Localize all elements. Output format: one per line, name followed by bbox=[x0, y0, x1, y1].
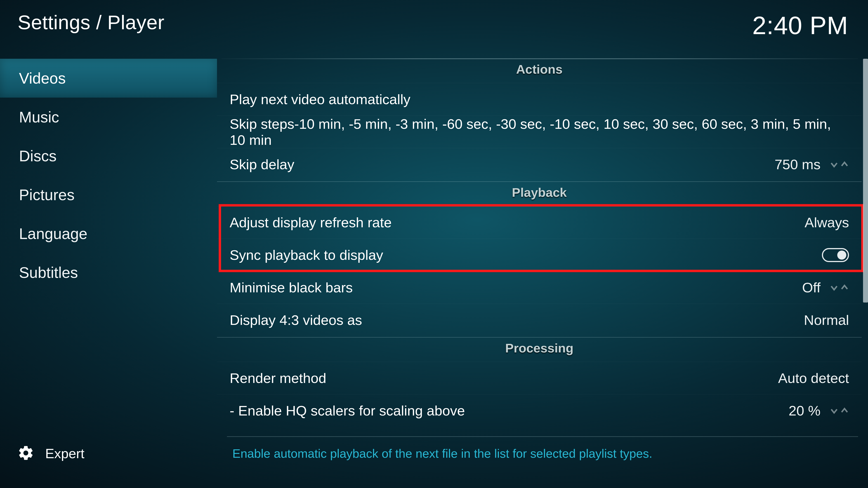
row-value: 20 % bbox=[789, 402, 849, 419]
clock: 2:40 PM bbox=[752, 11, 848, 40]
row-skip-steps[interactable]: Skip steps-10 min, -5 min, -3 min, -60 s… bbox=[217, 116, 862, 148]
toggle-icon[interactable] bbox=[822, 248, 849, 262]
row-label: Minimise black bars bbox=[230, 280, 802, 295]
sidebar-item-language[interactable]: Language bbox=[0, 214, 217, 253]
row-value: Off bbox=[802, 280, 849, 295]
row-label: Display 4:3 videos as bbox=[230, 312, 804, 328]
section-title-actions: Actions bbox=[217, 59, 862, 83]
settings-level-button[interactable]: Expert bbox=[18, 445, 84, 462]
footer: Expert Enable automatic playback of the … bbox=[0, 427, 868, 488]
row-label: Render method bbox=[230, 370, 778, 386]
sidebar-item-label: Music bbox=[19, 108, 59, 126]
row-label: Skip delay bbox=[230, 156, 775, 172]
row-label: Adjust display refresh rate bbox=[230, 215, 805, 230]
row-value-text: 20 % bbox=[789, 402, 820, 419]
row-value-text: Normal bbox=[804, 312, 849, 328]
sidebar-item-subtitles[interactable]: Subtitles bbox=[0, 253, 217, 292]
settings-scroll[interactable]: Actions Play next video automatically Sk… bbox=[217, 59, 862, 434]
row-value-inline: -10 min, -5 min, -3 min, -60 sec, -30 se… bbox=[230, 116, 831, 148]
settings-panel: Actions Play next video automatically Sk… bbox=[217, 59, 868, 434]
sidebar-item-label: Subtitles bbox=[19, 264, 78, 281]
row-value: Always bbox=[805, 215, 849, 230]
sidebar-item-label: Discs bbox=[19, 147, 57, 165]
section-title-processing: Processing bbox=[217, 337, 862, 362]
spinner-icon[interactable] bbox=[830, 283, 849, 293]
scrollbar-thumb[interactable] bbox=[863, 59, 868, 302]
row-label: Play next video automatically bbox=[230, 91, 849, 107]
row-display-43[interactable]: Display 4:3 videos as Normal bbox=[217, 304, 862, 336]
row-value-text: Off bbox=[802, 280, 820, 295]
row-black-bars[interactable]: Minimise black bars Off bbox=[217, 271, 862, 304]
row-hq-scalers[interactable]: - Enable HQ scalers for scaling above 20… bbox=[217, 394, 862, 427]
gear-icon bbox=[18, 445, 34, 462]
breadcrumb: Settings / Player bbox=[18, 11, 164, 34]
row-sync-display[interactable]: Sync playback to display bbox=[217, 238, 862, 271]
row-value: 750 ms bbox=[775, 156, 849, 172]
row-value: Auto detect bbox=[778, 370, 849, 386]
sidebar-item-pictures[interactable]: Pictures bbox=[0, 175, 217, 214]
sidebar-item-label: Videos bbox=[19, 69, 66, 87]
row-value-text: Always bbox=[805, 215, 849, 230]
sidebar-item-videos[interactable]: Videos bbox=[0, 59, 217, 98]
section-title-playback: Playback bbox=[217, 182, 862, 206]
row-refresh-rate[interactable]: Adjust display refresh rate Always bbox=[217, 206, 862, 238]
main: Videos Music Discs Pictures Language Sub… bbox=[0, 59, 868, 434]
spinner-icon[interactable] bbox=[830, 160, 849, 169]
row-render-method[interactable]: Render method Auto detect bbox=[217, 362, 862, 394]
row-label: - Enable HQ scalers for scaling above bbox=[230, 402, 789, 419]
scrollbar[interactable] bbox=[863, 59, 868, 434]
settings-level-label: Expert bbox=[45, 446, 84, 461]
row-skip-delay[interactable]: Skip delay 750 ms bbox=[217, 148, 862, 181]
sidebar-item-music[interactable]: Music bbox=[0, 98, 217, 136]
row-value bbox=[822, 248, 849, 262]
sidebar-item-discs[interactable]: Discs bbox=[0, 136, 217, 175]
row-label: Skip steps-10 min, -5 min, -3 min, -60 s… bbox=[230, 116, 849, 148]
row-label: Sync playback to display bbox=[230, 247, 822, 263]
row-play-next[interactable]: Play next video automatically bbox=[217, 83, 862, 116]
header: Settings / Player 2:40 PM bbox=[0, 0, 868, 59]
row-value-text: 750 ms bbox=[775, 156, 820, 172]
spinner-icon[interactable] bbox=[830, 406, 849, 416]
row-label-text: Skip steps bbox=[230, 116, 294, 132]
row-value-text: Auto detect bbox=[778, 370, 849, 386]
sidebar-item-label: Pictures bbox=[19, 186, 74, 203]
sidebar-item-label: Language bbox=[19, 225, 88, 242]
setting-hint: Enable automatic playback of the next fi… bbox=[232, 447, 652, 460]
row-value: Normal bbox=[804, 312, 849, 328]
sidebar: Videos Music Discs Pictures Language Sub… bbox=[0, 59, 217, 434]
